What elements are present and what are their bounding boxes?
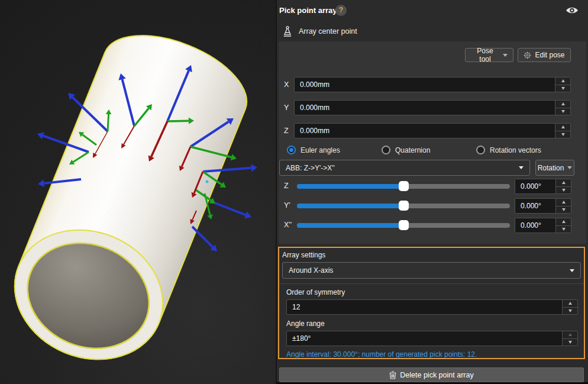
angle-field[interactable]: [515, 199, 555, 213]
x-field[interactable]: [295, 78, 555, 92]
selection-dot: [206, 180, 209, 183]
spin-down-button[interactable]: [556, 206, 571, 214]
z-spinbox: [294, 123, 571, 138]
slider-fill: [297, 223, 403, 228]
spin-up-button[interactable]: [563, 331, 577, 339]
slider-label: Y': [284, 201, 290, 209]
angle-slider[interactable]: [297, 184, 510, 189]
y-spinner: [555, 101, 570, 115]
z-field[interactable]: [295, 124, 555, 138]
slider-fill: [297, 204, 403, 208]
spin-up-button[interactable]: [555, 124, 570, 131]
angle-range-field[interactable]: [287, 331, 562, 346]
triangle-down-icon: [561, 87, 565, 90]
rotation-label: Rotation: [538, 164, 564, 172]
slider-thumb[interactable]: [399, 181, 409, 191]
slider-label: X'': [284, 221, 292, 229]
angle-range-spinbox: [286, 331, 578, 346]
viewport-3d[interactable]: [0, 0, 276, 384]
radio-icon: [287, 146, 296, 154]
slider-thumb[interactable]: [399, 201, 409, 211]
delete-pick-point-array-button[interactable]: Delete pick point array: [279, 367, 584, 382]
y-field[interactable]: [295, 101, 555, 115]
radio-icon: [382, 146, 390, 154]
triangle-up-icon: [568, 333, 572, 336]
array-settings-title: Array settings: [282, 251, 325, 259]
position-row-y: Y: [284, 100, 571, 115]
euler-convention-value: ABB: Z->Y'->X'': [286, 164, 335, 172]
spin-up-button[interactable]: [556, 179, 571, 187]
spin-up-button[interactable]: [556, 218, 571, 226]
pose-icon: [282, 25, 293, 38]
edit-pose-button[interactable]: Edit pose: [518, 48, 571, 62]
tube-point-cloud: [0, 17, 260, 381]
triangle-down-icon: [562, 189, 566, 192]
eye-icon[interactable]: [566, 6, 579, 15]
array-settings-group: Array settings Around X-axis Order of sy…: [278, 247, 585, 359]
position-row-z: Z: [284, 123, 571, 138]
angle-spinner: [555, 199, 571, 213]
x-spinner: [555, 78, 570, 92]
triangle-down-icon: [562, 208, 566, 211]
edit-pose-label: Edit pose: [535, 51, 564, 59]
triangle-up-icon: [561, 125, 565, 128]
triangle-down-icon: [561, 133, 565, 136]
array-axis-value: Around X-axis: [289, 266, 333, 275]
angle-row-x: X'': [277, 218, 588, 233]
spin-up-button[interactable]: [563, 300, 577, 308]
spin-up-button[interactable]: [555, 101, 570, 108]
spin-up-button[interactable]: [555, 78, 570, 85]
spin-down-button[interactable]: [555, 108, 570, 115]
pose-tool-button[interactable]: Pose tool: [465, 48, 513, 62]
spin-down-button[interactable]: [563, 339, 577, 346]
angle-spinbox: [515, 218, 571, 233]
section-header: Array center point: [282, 24, 357, 38]
panel-header: Pick point array ?: [277, 0, 588, 21]
position-row-x: X: [284, 77, 571, 92]
rotation-button[interactable]: Rotation: [535, 160, 574, 176]
spin-down-button[interactable]: [555, 131, 570, 138]
radio-rotation-vectors[interactable]: Rotation vectors: [476, 146, 541, 154]
spin-up-button[interactable]: [556, 199, 571, 206]
array-axis-select[interactable]: Around X-axis: [282, 262, 581, 279]
x-spinbox: [294, 77, 571, 92]
spin-down-button[interactable]: [555, 85, 570, 92]
radio-label: Quaternion: [395, 146, 430, 154]
triangle-up-icon: [562, 181, 566, 184]
angle-spinbox: [515, 198, 571, 214]
order-spinbox: [286, 299, 578, 315]
triangle-up-icon: [561, 79, 565, 82]
point-cloud-scene: [0, 0, 276, 384]
angle-field[interactable]: [515, 179, 555, 193]
triangle-up-icon: [562, 201, 566, 204]
triangle-down-icon: [568, 309, 572, 312]
angle-field[interactable]: [515, 218, 555, 233]
spin-down-button[interactable]: [563, 308, 577, 315]
euler-convention-select[interactable]: ABB: Z->Y'->X'': [279, 160, 530, 176]
chevron-down-icon: [567, 166, 572, 169]
pose-tool-label: Pose tool: [471, 47, 499, 63]
angle-spinner: [555, 179, 571, 193]
array-info-text: Angle interval: 30.000°; number of gener…: [286, 350, 477, 359]
angle-row-z: Z: [277, 179, 588, 194]
spin-down-button[interactable]: [556, 187, 571, 194]
order-field[interactable]: [287, 300, 562, 314]
angle-range-label: Angle range: [286, 320, 325, 328]
angle-spinbox: [515, 179, 571, 194]
z-spinner: [555, 124, 570, 138]
section-title: Array center point: [299, 27, 357, 36]
triangle-down-icon: [561, 110, 565, 113]
angle-slider[interactable]: [297, 204, 510, 208]
angle-slider[interactable]: [297, 223, 510, 228]
triangle-up-icon: [561, 102, 565, 105]
triangle-up-icon: [568, 302, 572, 305]
z-label: Z: [284, 127, 294, 135]
slider-thumb[interactable]: [399, 220, 409, 230]
radio-quaternion[interactable]: Quaternion: [382, 146, 430, 154]
trash-icon: [389, 371, 396, 379]
help-badge[interactable]: ?: [335, 5, 347, 16]
chevron-down-icon: [503, 54, 508, 57]
spin-down-button[interactable]: [556, 226, 571, 233]
slider-label: Z: [284, 182, 289, 190]
radio-euler-angles[interactable]: Euler angles: [287, 146, 340, 154]
